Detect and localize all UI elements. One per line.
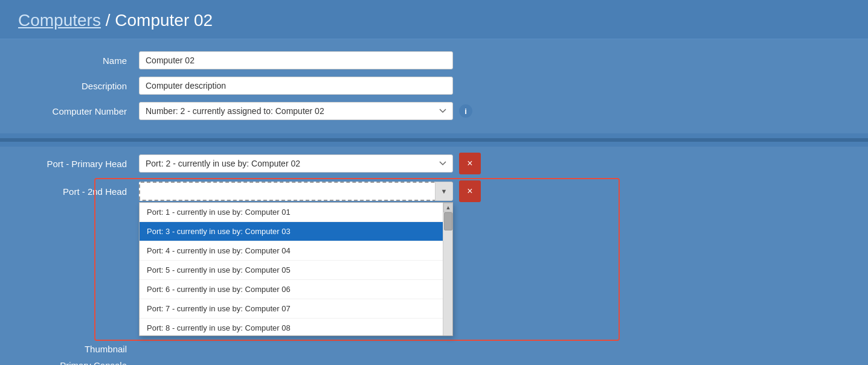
primary-head-label: Port - Primary Head: [18, 159, 139, 169]
breadcrumb-current: Computer 02: [115, 11, 213, 30]
scrollbar-track[interactable]: ▲: [443, 203, 452, 335]
second-head-row: Port - 2nd Head ▼ Port: 1 - currently in…: [0, 180, 868, 202]
list-item[interactable]: Port: 8 - currently in use by: Computer …: [140, 319, 443, 335]
primary-head-select[interactable]: Port: 2 - currently in use by: Computer …: [139, 154, 453, 173]
computer-number-label: Computer Number: [18, 106, 139, 116]
name-row: Name: [0, 51, 868, 69]
thumbnail-label: Thumbnail: [18, 344, 139, 354]
page-header: Computers / Computer 02: [0, 0, 868, 39]
list-item[interactable]: Port: 6 - currently in use by: Computer …: [140, 280, 443, 299]
list-item[interactable]: Port: 4 - currently in use by: Computer …: [140, 241, 443, 261]
second-head-dropdown-list: Port: 1 - currently in use by: Computer …: [139, 202, 453, 336]
chevron-down-icon: ▼: [441, 188, 448, 195]
chevron-up-icon: ▲: [446, 205, 451, 211]
breadcrumb-separator: /: [101, 11, 115, 30]
primary-console-row: Primary Console: [0, 360, 868, 365]
description-input[interactable]: [139, 77, 453, 95]
second-delete-icon: ×: [467, 186, 472, 197]
list-item[interactable]: Port: 3 - currently in use by: Computer …: [140, 222, 443, 241]
form-section: Name Description Computer Number Number:…: [0, 39, 868, 133]
primary-console-label: Primary Console: [18, 360, 139, 365]
scrollbar-thumb[interactable]: [444, 212, 452, 230]
primary-head-delete-button[interactable]: ×: [459, 153, 481, 174]
dropdown-options: Port: 1 - currently in use by: Computer …: [140, 203, 443, 335]
scrollbar-up-button[interactable]: ▲: [443, 203, 453, 212]
description-row: Description: [0, 77, 868, 95]
second-head-dropdown-wrapper[interactable]: ▼ Port: 1 - currently in use by: Compute…: [139, 182, 453, 201]
breadcrumb-parent-link[interactable]: Computers: [18, 11, 101, 30]
name-label: Name: [18, 56, 139, 66]
list-item[interactable]: Port: 1 - currently in use by: Computer …: [140, 203, 443, 222]
second-head-input[interactable]: [139, 182, 453, 201]
second-head-arrow[interactable]: ▼: [435, 182, 453, 201]
dropdown-scroll-area: Port: 1 - currently in use by: Computer …: [140, 203, 452, 335]
lower-section: Thumbnail Primary Console Connected Cons…: [0, 344, 868, 365]
second-head-label: Port - 2nd Head: [18, 186, 139, 197]
computer-number-select[interactable]: Number: 2 - currently assigned to: Compu…: [139, 102, 453, 120]
list-item[interactable]: Port: 5 - currently in use by: Computer …: [140, 261, 443, 280]
primary-head-row: Port - Primary Head Port: 2 - currently …: [0, 153, 868, 174]
thumbnail-row: Thumbnail: [0, 344, 868, 354]
info-icon[interactable]: i: [459, 104, 472, 118]
breadcrumb: Computers / Computer 02: [18, 11, 850, 30]
port-section: Port - Primary Head Port: 2 - currently …: [0, 147, 868, 365]
divider: [0, 138, 868, 142]
description-label: Description: [18, 81, 139, 91]
primary-delete-icon: ×: [467, 158, 472, 169]
list-item[interactable]: Port: 7 - currently in use by: Computer …: [140, 299, 443, 319]
second-head-container: Port - 2nd Head ▼ Port: 1 - currently in…: [0, 180, 868, 202]
second-head-delete-button[interactable]: ×: [459, 180, 481, 202]
computer-number-row: Computer Number Number: 2 - currently as…: [0, 102, 868, 120]
name-input[interactable]: [139, 51, 453, 69]
primary-head-dropdown-wrapper: Port: 2 - currently in use by: Computer …: [139, 154, 453, 173]
